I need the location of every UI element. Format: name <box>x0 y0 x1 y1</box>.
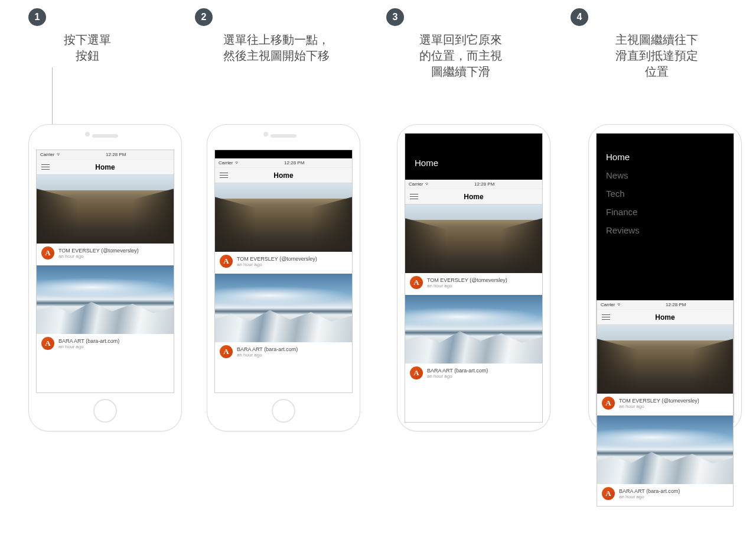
home-button[interactable] <box>93 399 117 423</box>
status-bar: Carrierᯤ 12:28 PM <box>37 150 174 160</box>
step-badge-1: 1 <box>28 8 46 26</box>
step-caption-3: 選單回到它原來 的位置，而主視 圖繼續下滑 <box>396 32 526 80</box>
phone-mockup-3: Home Carrierᯤ 12:28 PM Home A TOM EVERS <box>397 124 550 431</box>
menu-panel[interactable]: Home <box>405 134 542 180</box>
feed-photo-street[interactable] <box>37 175 174 244</box>
step-caption-4: 主視圖繼續往下 滑直到抵達預定 位置 <box>592 32 722 80</box>
step-badge-4: 4 <box>571 8 588 26</box>
step-badge-3: 3 <box>386 8 404 26</box>
feed[interactable]: A TOM EVERSLEY (@tomeversley) an hour ag… <box>215 183 352 364</box>
nav-bar: Home <box>405 189 542 205</box>
menu-icon[interactable] <box>602 314 610 320</box>
menu-icon[interactable] <box>220 173 228 178</box>
author-row[interactable]: A TOM EVERSLEY (@tomeversley) an hour ag… <box>597 394 733 416</box>
author-row[interactable]: A TOM EVERSLEY (@tomeversley) an hour ag… <box>37 244 174 265</box>
menu-panel-peek <box>215 150 352 158</box>
nav-title: Home <box>37 163 174 171</box>
feed-photo-mountain[interactable] <box>215 274 352 342</box>
phone-mockup-4: Home News Tech Finance Reviews Carrierᯤ … <box>588 124 742 431</box>
main-view[interactable]: Carrierᯤ 12:28 PM Home A TOM EVERSLEY (@… <box>597 300 734 507</box>
menu-item-tech[interactable]: Tech <box>606 184 724 203</box>
nav-bar: Home <box>37 160 174 175</box>
author-row[interactable]: A BARA ART (bara-art.com) an hour ago <box>37 334 174 356</box>
step-caption-2: 選單往上移動一點， 然後主視圖開始下移 <box>200 32 353 64</box>
avatar: A <box>602 397 615 410</box>
status-bar: Carrierᯤ 12:28 PM <box>597 300 733 310</box>
menu-panel[interactable]: Home News Tech Finance Reviews <box>597 134 734 300</box>
step-caption-1: 按下選單 按鈕 <box>34 32 141 64</box>
feed-photo-street[interactable] <box>215 183 352 252</box>
feed-photo-mountain[interactable] <box>37 265 174 334</box>
main-view[interactable]: Carrierᯤ 12:28 PM Home A TOM EVERSLEY (@… <box>405 180 542 385</box>
feed-photo-street[interactable] <box>597 325 733 394</box>
author-row[interactable]: A BARA ART (bara-art.com) an hour ago <box>597 484 733 506</box>
author-row[interactable]: A TOM EVERSLEY (@tomeversley) an hour ag… <box>405 273 542 295</box>
avatar: A <box>220 345 233 358</box>
feed-photo-mountain[interactable] <box>597 416 733 484</box>
author-name: BARA ART (bara-art.com) <box>58 338 119 344</box>
author-time: an hour ago <box>58 254 139 259</box>
wifi-icon: ᯤ <box>57 152 61 157</box>
menu-item-home[interactable]: Home <box>606 148 724 166</box>
phone-mockup-1: Carrierᯤ 12:28 PM Home A TOM EVERSLEY (@… <box>28 124 182 431</box>
wifi-icon: ᯤ <box>235 160 240 165</box>
phone-mockup-2: Carrierᯤ 12:28 PM Home A TOM EVERSLEY (@… <box>207 124 360 431</box>
avatar: A <box>41 337 54 350</box>
carrier-label: Carrier <box>40 152 54 157</box>
avatar: A <box>41 246 54 259</box>
home-button[interactable] <box>272 399 295 423</box>
wifi-icon: ᯤ <box>425 181 430 187</box>
menu-item-finance[interactable]: Finance <box>606 203 724 221</box>
menu-item-news[interactable]: News <box>606 166 724 184</box>
author-row[interactable]: A BARA ART (bara-art.com) an hour ago <box>215 342 352 364</box>
menu-icon[interactable] <box>41 164 50 170</box>
avatar: A <box>410 366 423 379</box>
feed[interactable]: A TOM EVERSLEY (@tomeversley) an hour ag… <box>37 175 174 356</box>
nav-bar: Home <box>597 310 733 325</box>
author-row[interactable]: A TOM EVERSLEY (@tomeversley) an hour ag… <box>215 252 352 274</box>
status-bar: Carrierᯤ 12:28 PM <box>215 158 352 168</box>
status-bar: Carrierᯤ 12:28 PM <box>405 180 542 189</box>
avatar: A <box>410 276 423 289</box>
feed-photo-mountain[interactable] <box>405 295 542 364</box>
menu-icon[interactable] <box>410 194 418 200</box>
author-name: TOM EVERSLEY (@tomeversley) <box>58 248 139 254</box>
clock-label: 12:28 PM <box>106 152 126 157</box>
avatar: A <box>220 255 233 268</box>
avatar: A <box>602 487 615 500</box>
feed-photo-street[interactable] <box>405 205 542 273</box>
step-badge-2: 2 <box>195 8 213 26</box>
feed[interactable]: A TOM EVERSLEY (@tomeversley) an hour ag… <box>597 325 733 506</box>
author-time: an hour ago <box>58 344 119 349</box>
author-row[interactable]: A BARA ART (bara-art.com) an hour ago <box>405 364 542 385</box>
feed[interactable]: A TOM EVERSLEY (@tomeversley) an hour ag… <box>405 205 542 385</box>
nav-bar: Home <box>215 168 352 183</box>
menu-item-home[interactable]: Home <box>415 154 533 172</box>
wifi-icon: ᯤ <box>617 302 622 307</box>
menu-item-reviews[interactable]: Reviews <box>606 221 724 239</box>
